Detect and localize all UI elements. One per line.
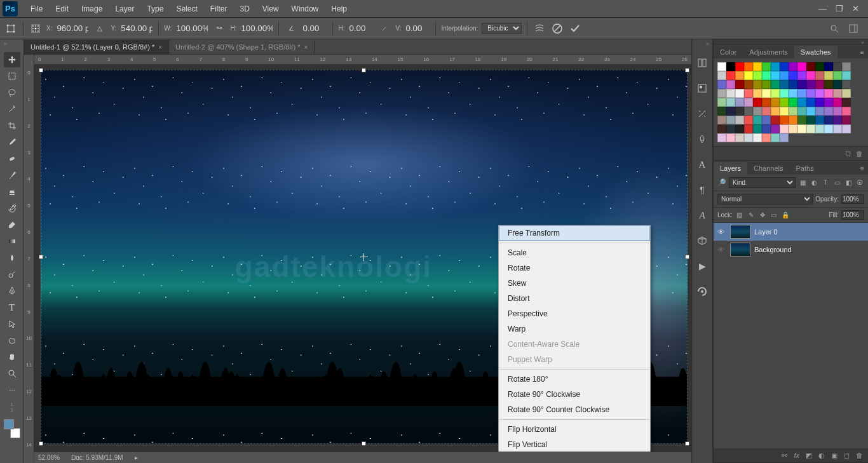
swatch[interactable] (717, 133, 726, 142)
timeline-panel-icon[interactable]: ▶ (695, 259, 709, 273)
swatch[interactable] (833, 80, 842, 89)
swatch[interactable] (797, 98, 806, 107)
workspace-icon[interactable] (846, 22, 860, 36)
swatch[interactable] (726, 107, 735, 116)
triangle-icon[interactable]: △ (93, 22, 107, 36)
filter-pixel-icon[interactable]: ▦ (798, 178, 807, 187)
swatch[interactable] (842, 116, 851, 124)
swatch[interactable] (833, 89, 842, 98)
swatch[interactable] (789, 80, 797, 89)
swatch[interactable] (771, 62, 780, 71)
swatch[interactable] (833, 124, 842, 133)
visibility-icon[interactable]: 👁 (717, 246, 726, 253)
brush-settings-panel-icon[interactable] (695, 132, 709, 146)
tab-untitled-2[interactable]: Untitled-2 @ 407% (Shape 1, RGB/8#) *× (169, 40, 315, 54)
move-tool[interactable] (4, 52, 20, 67)
swatch[interactable] (753, 62, 762, 71)
swatch[interactable] (771, 98, 780, 107)
swatch[interactable] (797, 124, 806, 133)
transform-handle-nw[interactable] (39, 68, 43, 72)
swatch[interactable] (771, 116, 780, 124)
menu-layer[interactable]: Layer (109, 1, 140, 17)
layer-group-icon[interactable]: ▣ (831, 452, 837, 460)
swatch[interactable] (762, 98, 771, 107)
swatch[interactable] (753, 116, 762, 124)
swatch[interactable] (797, 62, 806, 71)
lock-pixels-icon[interactable]: ✎ (747, 211, 756, 220)
transform-tool-icon[interactable] (4, 22, 18, 36)
window-restore-icon[interactable]: ❐ (836, 4, 843, 13)
swatch[interactable] (842, 107, 851, 116)
swatch[interactable] (735, 89, 744, 98)
swatch[interactable] (806, 71, 815, 80)
3d-panel-icon[interactable] (695, 234, 709, 248)
swatch[interactable] (824, 98, 833, 107)
lasso-tool[interactable] (4, 85, 20, 100)
new-layer-icon[interactable]: ◻ (844, 452, 850, 460)
swatch[interactable] (833, 107, 842, 116)
h-input[interactable] (240, 23, 273, 34)
tab-adjustments[interactable]: Adjustments (743, 46, 794, 58)
lock-artboard-icon[interactable]: ▭ (770, 211, 778, 220)
filter-type-icon[interactable]: T (821, 178, 830, 187)
swatch[interactable] (726, 116, 735, 124)
swatch[interactable] (824, 116, 833, 124)
doc-info[interactable]: Doc: 5.93M/11.9M (71, 454, 123, 461)
skew-v-input[interactable] (405, 23, 430, 34)
type-tool[interactable]: T (4, 300, 20, 315)
swatch[interactable] (833, 71, 842, 80)
panel-menu-icon[interactable]: ≡ (857, 162, 868, 175)
swatch[interactable] (726, 62, 735, 71)
swatch[interactable] (797, 116, 806, 124)
swatch[interactable] (717, 89, 726, 98)
swatch[interactable] (789, 107, 797, 116)
eraser-tool[interactable] (4, 217, 20, 232)
swatch[interactable] (824, 62, 833, 71)
fill-input[interactable] (841, 210, 864, 220)
swatch[interactable] (744, 80, 753, 89)
ctx-flip-horizontal[interactable]: Flip Horizontal (499, 422, 650, 437)
swatch[interactable] (726, 124, 735, 133)
swatch[interactable] (771, 107, 780, 116)
opacity-input[interactable] (841, 194, 864, 204)
swatch[interactable] (753, 80, 762, 89)
lock-all-icon[interactable]: 🔒 (781, 211, 790, 220)
swatch[interactable] (797, 71, 806, 80)
tab-channels[interactable]: Channels (747, 162, 789, 175)
swatch[interactable] (726, 133, 735, 142)
crop-tool[interactable] (4, 118, 20, 133)
swatch[interactable] (735, 98, 744, 107)
swatch[interactable] (780, 89, 789, 98)
swatch[interactable] (806, 89, 815, 98)
gradient-tool[interactable] (4, 234, 20, 249)
delete-layer-icon[interactable]: 🗑 (856, 452, 863, 459)
swatch[interactable] (797, 89, 806, 98)
properties-panel-icon[interactable] (695, 81, 709, 95)
lock-transparency-icon[interactable]: ▨ (735, 211, 744, 220)
brushes-panel-icon[interactable] (695, 107, 709, 121)
brush-tool[interactable] (4, 168, 20, 183)
swatch[interactable] (797, 107, 806, 116)
color-swatches[interactable] (4, 419, 20, 438)
paragraph-panel-icon[interactable]: ¶ (695, 183, 709, 197)
swatch[interactable] (789, 62, 797, 71)
libraries-panel-icon[interactable] (695, 285, 709, 299)
swatch[interactable] (753, 71, 762, 80)
swatch[interactable] (753, 98, 762, 107)
swatch[interactable] (806, 124, 815, 133)
dodge-tool[interactable] (4, 267, 20, 282)
swatch[interactable] (717, 98, 726, 107)
swatch[interactable] (771, 133, 780, 142)
swatch[interactable] (744, 62, 753, 71)
status-chevron-icon[interactable]: ▸ (135, 454, 138, 461)
swatch[interactable] (789, 98, 797, 107)
ctx-warp[interactable]: Warp (499, 321, 650, 337)
ctx-perspective[interactable]: Perspective (499, 306, 650, 321)
collapse-icon[interactable]: » (4, 41, 7, 47)
swatch[interactable] (762, 89, 771, 98)
layer-name[interactable]: Background (754, 246, 792, 253)
layer-filter-kind[interactable]: Kind (729, 177, 796, 188)
swatch[interactable] (735, 80, 744, 89)
swatch[interactable] (815, 89, 824, 98)
swatch[interactable] (824, 80, 833, 89)
